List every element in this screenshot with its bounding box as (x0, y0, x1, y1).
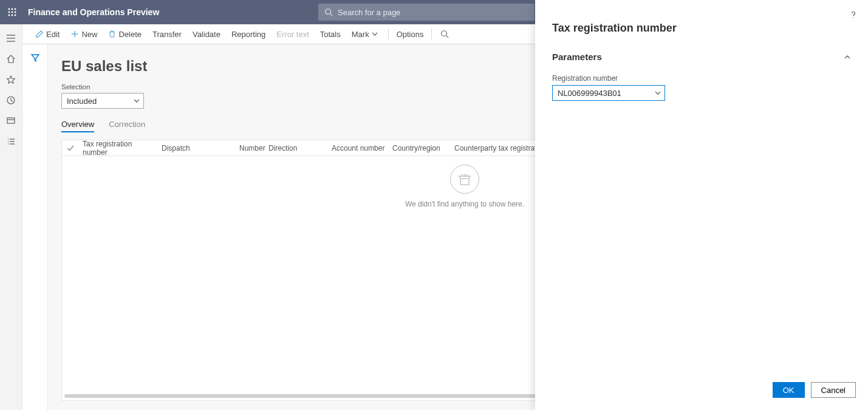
svg-line-10 (330, 14, 333, 16)
svg-line-26 (446, 36, 449, 38)
separator (388, 29, 389, 39)
app-launcher-icon[interactable] (0, 0, 24, 24)
transfer-button[interactable]: Transfer (147, 24, 187, 44)
error-text-button: Error text (271, 24, 314, 44)
reporting-label: Reporting (231, 30, 265, 39)
validate-label: Validate (193, 30, 220, 39)
new-label: New (81, 30, 97, 39)
cancel-button[interactable]: Cancel (811, 382, 856, 398)
empty-message: We didn't find anything to show here. (405, 200, 524, 208)
svg-point-28 (853, 17, 853, 18)
svg-rect-27 (460, 179, 469, 185)
svg-point-8 (15, 15, 16, 16)
global-search[interactable]: Search for a page (318, 4, 535, 21)
svg-rect-15 (7, 118, 15, 123)
svg-point-0 (9, 9, 10, 10)
search-placeholder: Search for a page (338, 8, 400, 17)
svg-point-5 (15, 12, 16, 13)
svg-point-2 (15, 9, 16, 10)
panel-footer: OK Cancel (535, 374, 868, 410)
registration-number-value: NL006999943B01 (558, 89, 621, 98)
ok-button[interactable]: OK (773, 382, 805, 398)
tab-correction[interactable]: Correction (109, 120, 145, 132)
select-all-checkbox[interactable] (62, 145, 79, 152)
registration-number-label: Registration number (552, 74, 851, 83)
error-text-label: Error text (276, 30, 309, 39)
svg-point-7 (12, 15, 13, 16)
plus-icon (70, 30, 79, 38)
mark-label: Mark (352, 30, 369, 39)
svg-point-6 (9, 15, 10, 16)
section-title: Parameters (552, 52, 602, 62)
options-button[interactable]: Options (391, 24, 429, 44)
svg-point-25 (442, 31, 447, 36)
new-button[interactable]: New (65, 24, 103, 44)
modules-icon[interactable] (0, 131, 22, 152)
recent-icon[interactable] (0, 90, 22, 111)
separator (431, 29, 432, 39)
svg-point-4 (12, 12, 13, 13)
filter-rail (22, 44, 48, 410)
reporting-button[interactable]: Reporting (226, 24, 271, 44)
search-icon (324, 8, 333, 16)
empty-illustration-icon (450, 165, 479, 194)
registration-number-dropdown[interactable]: NL006999943B01 (552, 85, 665, 101)
col-account[interactable]: Account number (328, 144, 389, 152)
tab-overview[interactable]: Overview (61, 120, 94, 132)
delete-label: Delete (118, 30, 142, 39)
chevron-down-icon (655, 90, 661, 96)
filter-icon[interactable] (28, 50, 43, 65)
dialog-panel: Tax registration number Parameters Regis… (535, 0, 868, 410)
col-tax-reg[interactable]: Tax registration number (79, 140, 158, 157)
hamburger-icon[interactable] (0, 28, 22, 49)
chevron-up-icon (844, 53, 851, 61)
col-country[interactable]: Country/region (389, 144, 451, 152)
home-icon[interactable] (0, 49, 22, 69)
svg-point-1 (12, 9, 13, 10)
chevron-down-icon (134, 98, 140, 104)
selection-value: Included (67, 97, 97, 106)
svg-point-9 (326, 9, 331, 15)
edit-label: Edit (46, 30, 60, 39)
selection-dropdown[interactable]: Included (61, 93, 144, 109)
section-header[interactable]: Parameters (552, 52, 851, 62)
nav-rail (0, 24, 22, 410)
favorites-icon[interactable] (0, 69, 22, 90)
totals-label: Totals (320, 30, 341, 39)
trash-icon (108, 30, 116, 38)
panel-title: Tax registration number (535, 22, 868, 35)
workspace-icon[interactable] (0, 111, 22, 131)
app-title: Finance and Operations Preview (28, 7, 159, 17)
help-icon[interactable] (849, 10, 858, 19)
col-dispatch[interactable]: Dispatch (158, 144, 236, 152)
transfer-label: Transfer (152, 30, 182, 39)
mark-dropdown[interactable]: Mark (346, 24, 386, 44)
checkmark-icon (67, 145, 74, 152)
col-number[interactable]: Number (236, 144, 265, 152)
options-label: Options (397, 30, 424, 39)
validate-button[interactable]: Validate (187, 24, 226, 44)
pencil-icon (35, 30, 44, 38)
parameters-section: Parameters Registration number NL0069999… (535, 52, 868, 101)
svg-point-3 (9, 12, 10, 13)
totals-button[interactable]: Totals (315, 24, 346, 44)
page-search-button[interactable] (434, 30, 455, 38)
col-direction[interactable]: Direction (265, 144, 328, 152)
edit-button[interactable]: Edit (30, 24, 65, 44)
search-icon (440, 30, 449, 38)
delete-button[interactable]: Delete (103, 24, 147, 44)
chevron-down-icon (372, 31, 378, 37)
